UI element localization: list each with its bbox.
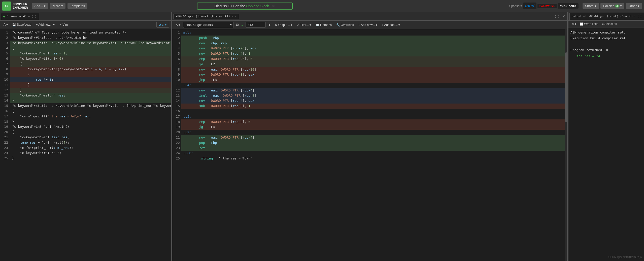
share-button[interactable]: Share ▾	[583, 3, 599, 9]
code-line: "c-fn">printf(" the res = %d\n", a);	[10, 114, 171, 119]
code-line: "c-keyword">int res = 1;	[10, 51, 171, 56]
editor-pane: ● C source #1 ✏ ⛶ A ▾ 💾 Save/Load + Add …	[0, 12, 171, 261]
output-tab[interactable]: Output of x86-64 gcc (trunk) (Compiler ⛶…	[569, 13, 644, 20]
logo-text: COMPILER EXPLORER	[13, 3, 28, 9]
asm-line: .L3:	[181, 114, 565, 119]
asm-line: jg .L4	[181, 124, 565, 130]
code-line: "c-keyword">return 0;	[10, 150, 171, 156]
save-icon: 💾	[12, 23, 16, 26]
asm-code-content[interactable]: mul: push rbp mov rbp, rsp mov DWORD PTR…	[181, 29, 565, 261]
chevron-down-icon: ▾	[595, 4, 596, 8]
output-line: the res = 24	[570, 53, 642, 59]
nav-right: Share ▾ Policies A ▾ Other ▾	[583, 3, 642, 9]
maximize-editor-button[interactable]: ⛶	[31, 14, 37, 19]
chevron-down-icon: ▾	[61, 4, 63, 8]
language-selector[interactable]: ⚙ C ▾	[156, 22, 169, 28]
templates-button[interactable]: Templates	[67, 3, 87, 9]
close-asm-pane-button[interactable]: ✕	[561, 14, 566, 19]
asm-line: mov eax, DWORD PTR [rbp-4]	[181, 88, 565, 93]
asm-line: mov DWORD PTR [rbp-4], 1	[181, 51, 565, 56]
code-line: "c-fn">print_num(temp_res);	[10, 145, 171, 151]
code-line: }	[10, 156, 171, 161]
output-tab-bar: Output of x86-64 gcc (trunk) (Compiler ⛶…	[568, 12, 644, 21]
select-all-button[interactable]: ≡ Select all	[600, 22, 618, 26]
output-button[interactable]: ⚙ Output... ▾	[273, 23, 294, 27]
asm-line: .L4:	[181, 83, 565, 88]
asm-line: jmp .L3	[181, 77, 565, 83]
add-new-button[interactable]: + Add new... ▾	[34, 22, 56, 27]
asm-line: mov DWORD PTR [rbp-8], eax	[181, 72, 565, 77]
chevron-down-icon: ▾	[398, 23, 400, 27]
opt-expand-button[interactable]: ▾	[267, 23, 272, 27]
wrench-icon: 🔧	[336, 23, 340, 27]
wrap-lines-checkbox[interactable]	[580, 22, 583, 26]
code-line: res *= i;	[10, 77, 171, 82]
user-icon: A	[615, 5, 619, 8]
logo: CE COMPILER EXPLORER	[2, 2, 28, 11]
asm-font-size-button[interactable]: A ▾	[174, 23, 182, 27]
compiler-selector[interactable]: x86-64 gcc (trunk)	[183, 22, 233, 28]
asm-line-numbers: 1234567891011121314151617181920212223242…	[172, 29, 181, 261]
filter-button[interactable]: ▽ Filter... ▾	[295, 23, 313, 27]
discuss-button[interactable]: Discuss C++ on the Cpplang Slack ✕	[197, 3, 293, 10]
optimization-input[interactable]	[246, 22, 266, 28]
maximize-output-button[interactable]: ⛶	[637, 14, 642, 19]
policies-button[interactable]: Policies A ▾	[600, 3, 624, 9]
vim-button[interactable]: ✓ Vim	[58, 22, 69, 27]
main-layout: ● C source #1 ✏ ⛶ A ▾ 💾 Save/Load + Add …	[0, 12, 644, 261]
chevron-down-icon: ▾	[620, 4, 622, 8]
solidworks-sponsor: SolidWorks	[537, 4, 557, 8]
close-asm-tab-button[interactable]: ✕	[235, 15, 236, 18]
chevron-down-icon: ▾	[376, 23, 377, 27]
code-area: 1234567891011121314151617181920212223242…	[0, 29, 171, 261]
open-compiler-button[interactable]: ⧉	[235, 22, 240, 28]
output-font-size-button[interactable]: A ▾	[570, 22, 578, 26]
code-line: "c-keyword">static "c-keyword">inline "c…	[10, 103, 171, 109]
asm-line: mov DWORD PTR [rbp-20], edi	[181, 46, 565, 51]
other-button[interactable]: Other ▾	[626, 3, 642, 9]
more-button[interactable]: More ▾	[50, 3, 65, 9]
code-line: {	[10, 72, 171, 77]
code-line: {	[10, 129, 171, 135]
asm-scrollbar[interactable]	[565, 29, 567, 261]
editor-toolbar: A ▾ 💾 Save/Load + Add new... ▾ ✓ Vim ⚙ C…	[0, 21, 171, 29]
asm-tab[interactable]: x86-64 gcc (trunk) (Editor #1) ✏ ✕	[173, 14, 239, 19]
chevron-down-icon: ▾	[6, 23, 8, 26]
asm-line: cmp DWORD PTR [rbp-20], 0	[181, 56, 565, 62]
editor-tab[interactable]: ● C source #1 ✏ ⛶	[1, 13, 39, 20]
watermark: CSDN @头发够用的程序员	[608, 255, 642, 259]
add-button[interactable]: Add... ▾	[32, 3, 48, 9]
line-numbers: 1234567891011121314151617181920212223242…	[0, 29, 10, 261]
asm-scrollbar-thumb[interactable]	[565, 52, 567, 122]
c-lang-icon: ⚙	[159, 23, 161, 27]
filter-icon: ▽	[297, 23, 299, 27]
add-tool-button[interactable]: + Add tool... ▾	[380, 23, 402, 27]
overrides-button[interactable]: 🔧 Overrides	[335, 23, 355, 27]
code-line: "c-keyword">static "c-keyword">inline "c…	[10, 41, 171, 46]
sponsors-area: Sponsors intel SolidWorks think-cell®	[509, 3, 579, 9]
libraries-button[interactable]: 📖 Libraries	[314, 23, 333, 27]
asm-line: cmp DWORD PTR [rbp-8], 0	[181, 119, 565, 125]
asm-line: mul:	[181, 30, 565, 36]
code-line: "c-keyword">#include "c-str"><stdio.h>	[10, 35, 171, 41]
code-line: "c-keyword">for("c-keyword">int i = a; i…	[10, 67, 171, 72]
font-size-button[interactable]: A ▾	[2, 22, 9, 27]
output-pane: Output of x86-64 gcc (trunk) (Compiler ⛶…	[568, 12, 644, 261]
settings-icon: ⚙	[275, 23, 278, 27]
compiler-status-icon: ✓	[241, 22, 244, 27]
save-load-button[interactable]: 💾 Save/Load	[11, 22, 33, 27]
code-content[interactable]: "c-comment">/* Type your code here, or l…	[10, 29, 171, 261]
wrap-lines-label[interactable]: Wrap lines	[580, 22, 598, 26]
chevron-down-icon: ▾	[165, 23, 167, 27]
chevron-down-icon: ▾	[575, 22, 576, 26]
asm-line: .LC0:	[181, 151, 565, 156]
asm-tab-bar: x86-64 gcc (trunk) (Editor #1) ✏ ✕ ⛶ ✕	[172, 12, 567, 21]
add-new-asm-button[interactable]: + Add new... ▾	[357, 23, 379, 27]
close-icon[interactable]: ✕	[272, 4, 275, 8]
code-line: }	[10, 119, 171, 124]
asm-line: ret	[181, 146, 565, 151]
maximize-asm-button[interactable]: ⛶	[554, 14, 560, 19]
code-line: }	[10, 88, 171, 93]
chevron-down-icon: ▾	[269, 23, 270, 27]
chevron-down-icon: ▾	[291, 23, 292, 27]
